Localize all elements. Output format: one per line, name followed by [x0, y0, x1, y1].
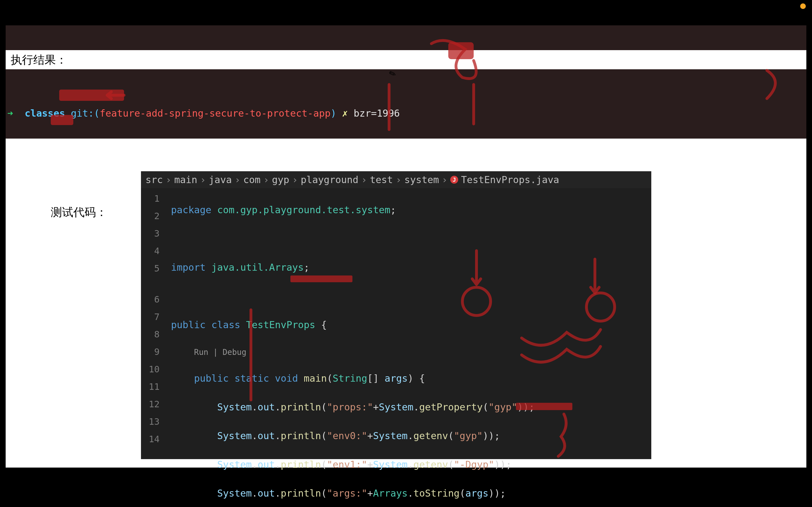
- breadcrumb-item[interactable]: com: [243, 174, 260, 185]
- chevron-right-icon: ›: [200, 174, 206, 185]
- chevron-right-icon: ›: [165, 174, 171, 185]
- breadcrumb-item[interactable]: test: [370, 174, 393, 185]
- exec-result-label: 执行结果：: [6, 50, 806, 69]
- breadcrumb-item[interactable]: src: [146, 174, 163, 185]
- terminal-line: ➜ classes git:(feature-add-spring-secure…: [7, 107, 805, 119]
- breadcrumb-item[interactable]: java: [209, 174, 232, 185]
- prompt-arrow: ➜: [7, 108, 13, 119]
- chevron-right-icon: ›: [396, 174, 402, 185]
- breadcrumb[interactable]: src› main› java› com› gyp› playground› t…: [141, 171, 651, 188]
- chevron-right-icon: ›: [263, 174, 269, 185]
- breadcrumb-item[interactable]: main: [174, 174, 197, 185]
- code-editor[interactable]: src› main› java› com› gyp› playground› t…: [141, 171, 651, 459]
- java-file-icon: J: [450, 176, 458, 184]
- chevron-right-icon: ›: [292, 174, 298, 185]
- breadcrumb-item[interactable]: system: [404, 174, 439, 185]
- breadcrumb-item[interactable]: playground: [301, 174, 358, 185]
- chevron-right-icon: ›: [235, 174, 240, 185]
- git-branch: feature-add-spring-secure-to-protect-app: [100, 108, 331, 119]
- breadcrumb-file[interactable]: TestEnvProps.java: [461, 174, 559, 185]
- codelens-run-debug[interactable]: Run | Debug: [194, 348, 246, 357]
- line-gutter: 1 2 3 4 5 6 7 8 9 10 11 12 13 14: [141, 188, 165, 507]
- git-dirty: ✗: [342, 108, 348, 119]
- test-code-label: 测试代码：: [51, 205, 107, 220]
- chevron-right-icon: ›: [361, 174, 367, 185]
- terminal-panel[interactable]: 执行结果： ➜ classes git:(feature-add-spring-…: [6, 25, 806, 138]
- prompt-dir: classes: [24, 108, 65, 119]
- git-post: ): [331, 108, 336, 119]
- recording-indicator: [800, 3, 806, 9]
- chevron-right-icon: ›: [442, 174, 448, 185]
- code-content[interactable]: package com.gyp.playground.test.system; …: [165, 188, 535, 507]
- cmd-1: bzr=1996: [354, 108, 400, 119]
- breadcrumb-item[interactable]: gyp: [272, 174, 289, 185]
- git-pre: git:(: [71, 108, 100, 119]
